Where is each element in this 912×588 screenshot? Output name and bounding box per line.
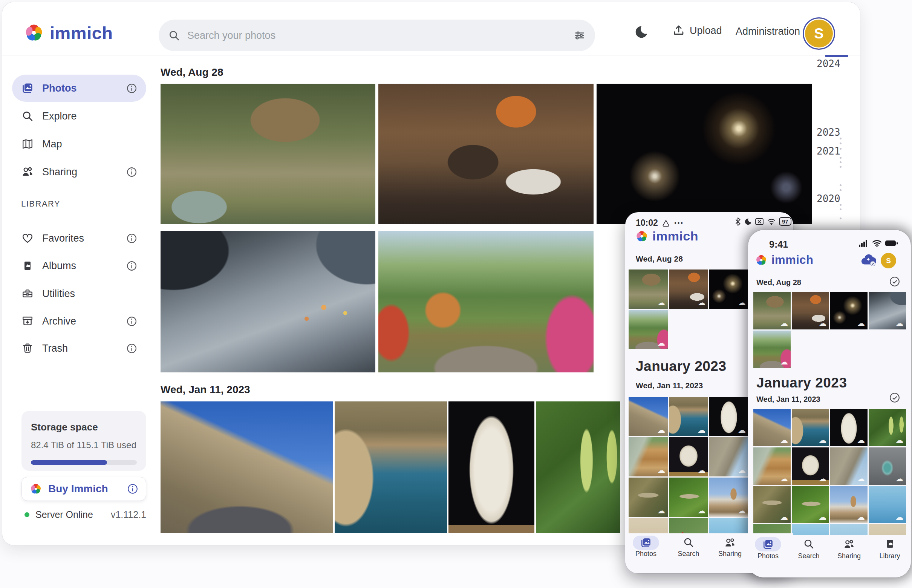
thumb-fortress-walls[interactable] — [753, 409, 791, 446]
scrubber-position-indicator[interactable] — [825, 55, 848, 57]
sidebar-item-utilities[interactable]: Utilities — [12, 280, 146, 307]
thumb-winter-church[interactable] — [709, 478, 749, 517]
select-all-check-icon[interactable] — [889, 276, 900, 287]
photo-fireworks[interactable] — [597, 84, 812, 224]
photo-autumn-garden-path[interactable] — [378, 231, 594, 372]
administration-link[interactable]: Administration — [736, 26, 800, 37]
tab-library[interactable] — [871, 539, 909, 549]
thumb-ornate-object[interactable] — [868, 447, 906, 485]
thumb-coastal-fortress[interactable] — [792, 409, 829, 446]
tab-sharing[interactable] — [711, 537, 749, 548]
thumb-lizard-2[interactable] — [792, 486, 829, 523]
thumb-fortress-walls[interactable] — [629, 397, 668, 436]
thumb-marble-sculpture[interactable] — [669, 437, 708, 477]
photo-marble-bust[interactable] — [449, 401, 534, 533]
status-time: 10:02 — [636, 218, 658, 228]
scrubber-tick — [839, 148, 841, 150]
thumb-dinner-table[interactable] — [792, 292, 829, 330]
thumb-fireworks[interactable] — [830, 292, 868, 330]
backup-cloud-button[interactable] — [860, 253, 876, 266]
tab-photos[interactable] — [627, 537, 665, 548]
screenshot-canvas: immich Upload — [0, 0, 912, 588]
info-icon[interactable] — [126, 260, 137, 271]
select-all-check-icon[interactable] — [889, 392, 900, 403]
thumb-dinner-table[interactable] — [669, 270, 708, 309]
tab-sharing[interactable] — [830, 539, 868, 550]
info-icon[interactable] — [126, 83, 137, 94]
thumb-ruins[interactable] — [830, 447, 868, 485]
storage-space-card: Storage space 82.4 TiB of 115.1 TiB used — [21, 411, 146, 471]
thumb-marble-bust[interactable] — [709, 397, 749, 436]
photo-sea-grape-berries[interactable] — [536, 401, 620, 533]
scrubber-year[interactable]: 2024 — [817, 58, 840, 69]
scrubber-year[interactable]: 2023 — [817, 127, 840, 138]
thumb-fireworks[interactable] — [709, 270, 749, 309]
server-status-row: Server Online v1.112.1 — [21, 509, 146, 520]
tab-search[interactable] — [790, 539, 828, 549]
sidebar-item-photos[interactable]: Photos — [12, 74, 146, 102]
photo-holding-hands[interactable] — [161, 231, 375, 372]
sidebar-item-explore[interactable]: Explore — [12, 103, 146, 130]
thumb-coastal-fortress[interactable] — [669, 397, 708, 436]
sidebar-item-sharing[interactable]: Sharing — [12, 158, 146, 186]
photo-zoo-monkeys[interactable] — [161, 84, 375, 224]
photo-fortress-walls[interactable] — [161, 401, 333, 533]
sidebar-item-archive[interactable]: Archive — [12, 308, 146, 335]
immich-logo[interactable]: immich — [23, 22, 113, 44]
search-input[interactable] — [187, 30, 567, 42]
thumb-zoo-monkeys[interactable] — [753, 292, 791, 330]
tab-photos[interactable] — [749, 539, 787, 550]
info-icon[interactable] — [126, 166, 137, 178]
scrubber-year[interactable]: 2021 — [817, 145, 840, 157]
filter-sliders-icon[interactable] — [574, 30, 585, 41]
thumb-holding-hands[interactable] — [868, 292, 906, 330]
thumb-sea-grape-berries[interactable] — [868, 409, 906, 446]
photo-coastal-fortress[interactable] — [335, 401, 447, 533]
sidebar-item-trash[interactable]: Trash — [12, 335, 146, 362]
thumb-sea[interactable] — [868, 486, 906, 523]
tab-search[interactable] — [670, 537, 707, 548]
android-status-bar: 10:02 ⋯ — [636, 217, 684, 229]
info-icon[interactable] — [126, 316, 137, 327]
info-icon[interactable] — [126, 343, 137, 354]
logo-wordmark: immich — [652, 229, 698, 244]
top-bar: immich Upload — [2, 2, 860, 55]
user-avatar[interactable]: S — [803, 17, 835, 50]
thumb-lizard-1[interactable] — [629, 478, 668, 517]
immich-flower-icon — [23, 22, 44, 44]
thumb-zoo-monkeys[interactable] — [629, 270, 668, 309]
info-icon[interactable] — [126, 233, 137, 244]
theme-toggle-button[interactable] — [634, 25, 648, 39]
thumb-lizard-2[interactable] — [669, 478, 708, 517]
upload-button[interactable]: Upload — [672, 24, 722, 37]
user-avatar[interactable]: S — [881, 253, 896, 268]
server-version: v1.112.1 — [111, 509, 146, 520]
mobile-app-ios: 9:41 immich S — [748, 230, 911, 577]
thumb-autumn-garden-path[interactable] — [629, 310, 668, 349]
thumb-marble-sculpture[interactable] — [792, 447, 829, 485]
thumb-beach-cliff[interactable] — [753, 447, 791, 485]
thumb-marble-bust[interactable] — [830, 409, 868, 446]
cloud-sync-icon — [860, 253, 876, 266]
photos-icon — [21, 82, 34, 94]
thumb-ruins[interactable] — [709, 437, 749, 477]
sidebar-item-albums[interactable]: Albums — [12, 252, 146, 279]
immich-flower-icon — [635, 229, 649, 243]
buy-immich-button[interactable]: Buy Immich — [21, 477, 146, 501]
info-icon[interactable] — [127, 483, 138, 494]
sidebar-item-map[interactable]: Map — [12, 131, 146, 158]
photo-dinner-table[interactable] — [378, 84, 594, 224]
photos-icon — [762, 539, 774, 550]
archive-box-icon — [21, 315, 34, 327]
search-bar[interactable] — [159, 19, 595, 51]
thumb-beach-cliff[interactable] — [629, 437, 668, 477]
sidebar-item-favorites[interactable]: Favorites — [12, 225, 146, 252]
battery-icon: 97 — [779, 217, 791, 226]
thumb-autumn-garden-path[interactable] — [753, 331, 791, 368]
logo-wordmark: immich — [772, 253, 814, 267]
scrubber-year[interactable]: 2020 — [817, 193, 840, 204]
wifi-icon — [872, 240, 882, 247]
thumb-winter-church[interactable] — [830, 486, 868, 523]
thumb-lizard-1[interactable] — [753, 486, 791, 523]
scrubber-tick — [839, 218, 841, 220]
